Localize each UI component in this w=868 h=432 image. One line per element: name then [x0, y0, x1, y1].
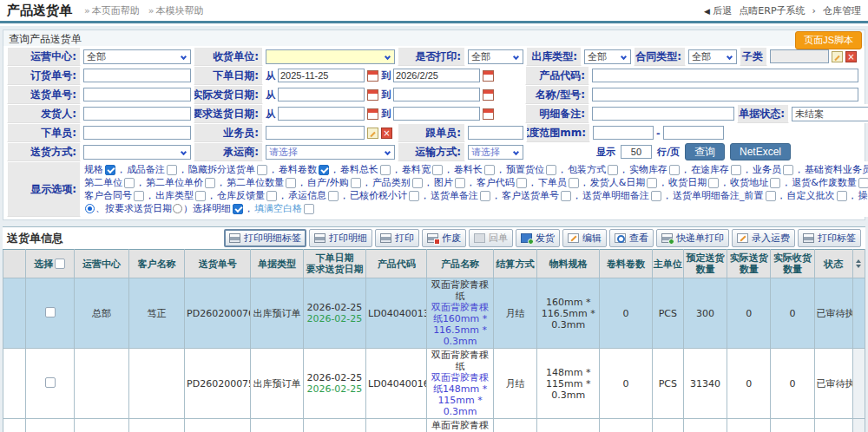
ship-button[interactable]: 发货 [516, 229, 560, 247]
order-no-input[interactable] [83, 69, 191, 82]
option-checkbox[interactable] [105, 165, 115, 175]
edit-button[interactable]: 编辑 [562, 229, 607, 247]
required-date-from-input[interactable] [278, 107, 365, 121]
ship-date-to-input[interactable] [393, 88, 480, 101]
scrollbar-track[interactable] [852, 349, 865, 419]
option-checkbox[interactable] [608, 165, 618, 175]
printed-select[interactable]: 全部 [468, 49, 523, 64]
option-checkbox[interactable] [257, 165, 267, 175]
option-checkbox[interactable] [304, 204, 314, 214]
option-checkbox[interactable] [266, 191, 277, 201]
transport-select[interactable]: 请选择 [468, 145, 523, 160]
option-checkbox[interactable] [380, 165, 391, 175]
option-checkbox[interactable] [647, 178, 657, 188]
ship-date-from-input[interactable] [278, 88, 365, 101]
option-checkbox[interactable] [480, 191, 490, 201]
option-checkbox[interactable] [651, 191, 661, 201]
express-print-button[interactable]: 快递单打印 [656, 229, 729, 247]
option-checkbox[interactable] [516, 178, 527, 188]
select-all-checkbox[interactable] [55, 259, 65, 269]
option-checkbox[interactable] [669, 165, 680, 175]
clear-icon[interactable] [845, 51, 857, 62]
netexcel-button[interactable]: NetExcel [730, 143, 791, 160]
outbound-type-select[interactable]: 全部 [584, 49, 631, 64]
product-name-link[interactable]: 双面背胶青稞纸148mm * 115mm * 0.3mm [429, 372, 490, 417]
delivery-method-select[interactable] [83, 145, 191, 160]
page-js-script-button[interactable]: 页面JS脚本 [795, 31, 862, 49]
name-model-input[interactable] [592, 88, 858, 101]
row-select-checkbox[interactable] [45, 307, 56, 317]
print-labels-button[interactable]: 打印标签 [798, 229, 861, 247]
calendar-icon[interactable] [367, 89, 378, 101]
doc-status-select[interactable]: 未结案 [792, 107, 868, 121]
option-checkbox[interactable] [124, 178, 135, 188]
calendar-icon[interactable] [483, 70, 494, 82]
option-checkbox[interactable] [546, 165, 556, 175]
back-link[interactable]: ◀ 后退 [704, 4, 732, 17]
follower-input[interactable] [468, 126, 523, 140]
delivery-no-input[interactable] [83, 88, 191, 101]
sort-order-radio[interactable] [85, 204, 95, 213]
option-checkbox[interactable] [770, 178, 780, 188]
option-checkbox[interactable] [195, 191, 206, 201]
order-clerk-input[interactable] [83, 126, 191, 140]
carrier-select[interactable]: 请选择 [266, 145, 395, 160]
option-checkbox[interactable] [858, 178, 868, 188]
detail-remark-input[interactable] [592, 107, 734, 121]
view-button[interactable]: 查看 [609, 229, 654, 247]
help-module-link[interactable]: »本模块帮助 [148, 4, 204, 17]
query-button[interactable]: 查询 [685, 143, 725, 160]
help-page-link[interactable]: »本页面帮助 [84, 4, 140, 17]
option-checkbox[interactable] [837, 191, 847, 201]
required-date-to-input[interactable] [393, 107, 480, 121]
option-checkbox[interactable] [708, 178, 719, 188]
scrollbar-track[interactable] [852, 419, 865, 432]
print-button[interactable]: 打印 [375, 229, 419, 247]
width-min-input[interactable] [593, 126, 654, 140]
option-checkbox[interactable] [319, 165, 329, 175]
subclass-field[interactable] [770, 49, 829, 63]
salesman-field[interactable] [266, 126, 365, 140]
option-checkbox[interactable] [167, 165, 177, 175]
option-checkbox[interactable] [484, 165, 495, 175]
option-checkbox[interactable] [432, 165, 443, 175]
width-max-input[interactable] [663, 126, 724, 140]
option-checkbox[interactable] [233, 204, 243, 214]
calendar-icon[interactable] [367, 108, 378, 120]
option-checkbox[interactable] [205, 178, 215, 188]
option-checkbox[interactable] [328, 191, 339, 201]
operations-center-select[interactable]: 全部 [83, 49, 191, 64]
note-edit-icon[interactable] [367, 128, 378, 139]
calendar-icon[interactable] [483, 89, 494, 101]
calendar-icon[interactable] [483, 108, 494, 120]
option-checkbox[interactable] [766, 191, 776, 201]
option-checkbox[interactable] [731, 165, 741, 175]
product-code-input[interactable] [592, 69, 858, 82]
note-edit-icon[interactable] [832, 51, 843, 62]
contract-type-select[interactable]: 全部 [688, 49, 737, 64]
module-name[interactable]: 仓库管理 [823, 4, 861, 17]
sort-order-radio[interactable] [173, 204, 182, 213]
scrollbar-track[interactable] [852, 278, 865, 349]
print-detail-button[interactable]: 打印明细 [309, 229, 372, 247]
order-date-from-input[interactable] [278, 69, 365, 82]
option-checkbox[interactable] [351, 178, 361, 188]
order-date-to-input[interactable] [393, 69, 480, 82]
option-checkbox[interactable] [561, 191, 571, 201]
row-select-checkbox[interactable] [45, 377, 56, 388]
print-detail-labels-button[interactable]: 打印明细标签 [224, 229, 306, 247]
receiving-unit-select[interactable] [266, 49, 395, 64]
shipper-input[interactable] [83, 107, 191, 121]
option-checkbox[interactable] [286, 178, 296, 188]
calendar-icon[interactable] [367, 70, 378, 82]
freight-entry-button[interactable]: 录入运费 [732, 229, 795, 247]
option-checkbox[interactable] [134, 191, 144, 201]
clear-icon[interactable] [381, 128, 392, 139]
option-checkbox[interactable] [455, 178, 465, 188]
option-checkbox[interactable] [783, 165, 793, 175]
option-checkbox[interactable] [412, 178, 423, 188]
rows-per-page-input[interactable] [621, 145, 652, 159]
option-checkbox[interactable] [569, 178, 579, 188]
option-checkbox[interactable] [409, 191, 419, 201]
product-name-link[interactable]: 双面背胶青稞纸160mm * 116.5mm * 0.3mm [429, 302, 490, 347]
